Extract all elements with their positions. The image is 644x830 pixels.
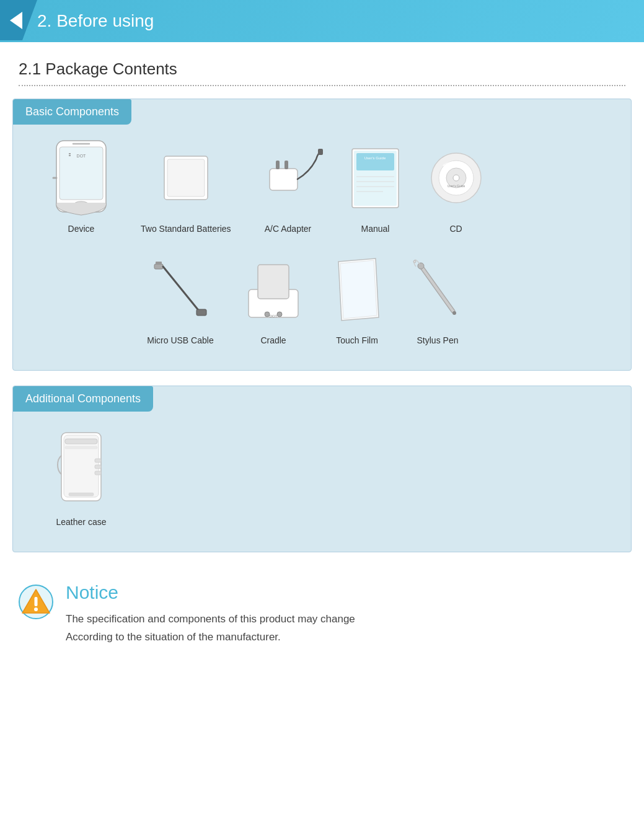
cradle-label: Cradle [260, 335, 286, 345]
svg-rect-32 [258, 265, 289, 299]
notice-title: Notice [66, 582, 355, 603]
item-touch-film: Touch Film [317, 246, 397, 351]
svg-rect-13 [318, 149, 323, 155]
touch-film-label: Touch Film [336, 335, 378, 345]
header-corner-decoration [0, 0, 37, 40]
svg-point-42 [413, 260, 416, 263]
svg-rect-27 [154, 264, 163, 269]
svg-rect-10 [270, 169, 298, 190]
usb-cable-label: Micro USB Cable [147, 335, 213, 345]
svg-rect-54 [35, 597, 38, 606]
manual-label: Manual [361, 224, 390, 234]
batteries-label: Two Standard Batteries [141, 224, 231, 234]
svg-rect-47 [69, 493, 94, 496]
basic-components-header: Basic Components [13, 99, 131, 125]
stylus-pen-label: Stylus Pen [417, 335, 459, 345]
svg-point-34 [277, 312, 282, 317]
svg-rect-45 [65, 439, 97, 444]
svg-rect-44 [64, 435, 99, 497]
svg-point-25 [453, 175, 459, 181]
notice-text: The specification and components of this… [66, 611, 355, 647]
svg-point-55 [34, 607, 38, 611]
svg-text:User's Guide: User's Guide [447, 184, 465, 188]
item-ac-adapter: A/C Adapter [241, 135, 335, 240]
svg-point-41 [418, 263, 424, 269]
section-title: 2.1 Package Contents [0, 60, 644, 79]
page-header: 2. Before using [0, 0, 644, 42]
additional-components-header: Additional Components [13, 386, 153, 412]
additional-components-box: Additional Components [12, 386, 632, 552]
header-arrow-icon [10, 12, 22, 29]
svg-line-39 [422, 268, 453, 311]
item-manual: User's Guide Manual [335, 135, 416, 240]
svg-point-40 [452, 311, 456, 315]
basic-components-box: Basic Components DOT [12, 99, 632, 371]
item-stylus-pen: Stylus Pen [397, 246, 478, 351]
svg-rect-50 [95, 471, 101, 475]
svg-rect-46 [65, 446, 97, 449]
svg-text:DOT: DOT [270, 314, 278, 318]
notice-content: Notice The specification and components … [66, 582, 355, 647]
svg-rect-12 [285, 161, 288, 169]
svg-rect-49 [95, 465, 101, 469]
item-device: DOT Device [32, 135, 131, 240]
item-batteries: Two Standard Batteries [131, 135, 241, 240]
leather-case-label: Leather case [56, 517, 107, 527]
item-cradle: DOT Cradle [230, 246, 317, 351]
svg-rect-9 [167, 159, 205, 196]
ac-adapter-label: A/C Adapter [265, 224, 312, 234]
svg-text:User's Guide: User's Guide [364, 156, 386, 160]
item-leather-case: Leather case [32, 422, 131, 533]
svg-marker-37 [340, 260, 377, 319]
item-usb-cable: Micro USB Cable [131, 246, 230, 351]
page-title: 2. Before using [37, 11, 154, 31]
notice-icon [19, 585, 53, 619]
item-cd: User's Guide CD [416, 135, 496, 240]
svg-rect-30 [196, 309, 206, 316]
section-divider [19, 85, 625, 86]
device-label: Device [68, 224, 95, 234]
notice-section: Notice The specification and components … [0, 567, 644, 661]
svg-line-29 [163, 267, 200, 312]
svg-rect-48 [95, 459, 101, 462]
svg-rect-11 [276, 161, 280, 169]
svg-rect-28 [156, 262, 162, 265]
cd-label: CD [449, 224, 462, 234]
svg-text:DOT: DOT [77, 154, 87, 158]
